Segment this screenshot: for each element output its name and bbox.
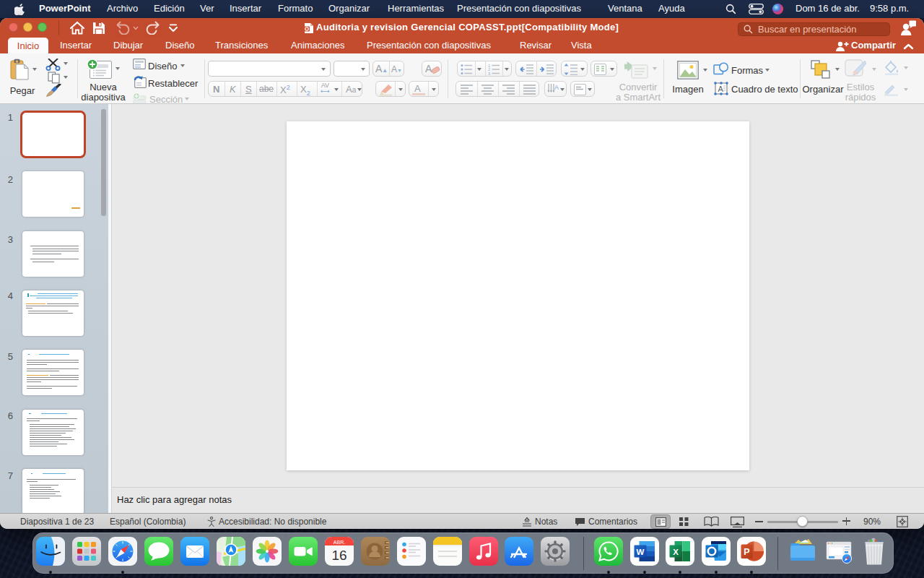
svg-text:A: A [554,84,559,91]
svg-text:W: W [636,548,644,556]
svg-text:A: A [718,85,724,93]
svg-text:X: X [673,548,679,556]
svg-text:P: P [744,547,749,557]
svg-text:ABR.: ABR. [333,540,344,545]
svg-text:3: 3 [488,72,490,76]
svg-text:16: 16 [331,548,346,563]
